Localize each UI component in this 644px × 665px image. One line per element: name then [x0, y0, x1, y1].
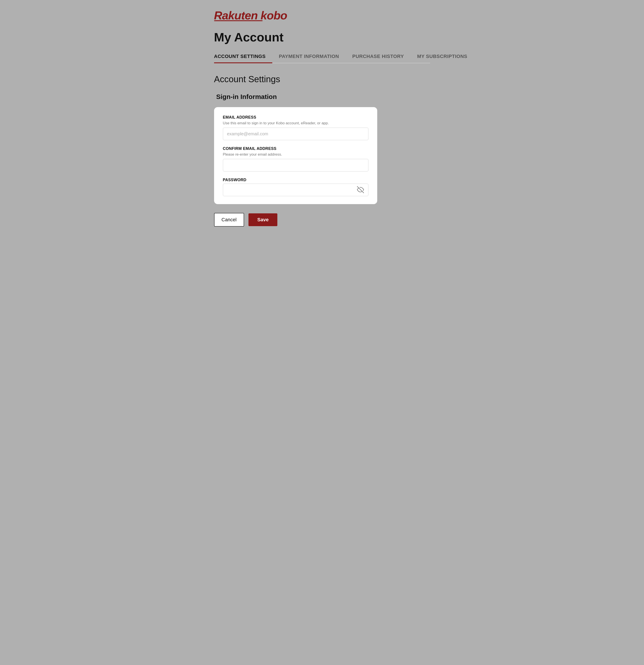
page-title: My Account: [214, 30, 430, 44]
email-input-wrapper: [223, 128, 368, 140]
cancel-button[interactable]: Cancel: [214, 213, 244, 227]
toggle-password-visibility-button[interactable]: [356, 185, 365, 195]
subsection-title: Sign-in Information: [214, 93, 430, 100]
password-input-wrapper: [223, 184, 368, 196]
section-title: Account Settings: [214, 74, 430, 84]
logo: Rakuten kobo: [214, 9, 430, 22]
email-label: EMAIL ADDRESS: [223, 115, 368, 120]
logo-area: Rakuten kobo: [214, 9, 430, 21]
tab-payment-information[interactable]: PAYMENT INFORMATION: [279, 51, 346, 63]
eye-slash-icon: [357, 186, 364, 193]
email-description: Use this email to sign in to your Kobo a…: [223, 121, 368, 126]
logo-kobo: kobo: [261, 9, 287, 22]
save-button[interactable]: Save: [248, 213, 277, 226]
email-field-group: EMAIL ADDRESS Use this email to sign in …: [223, 115, 368, 140]
confirm-email-input-wrapper: [223, 159, 368, 171]
confirm-email-input[interactable]: [223, 159, 368, 171]
confirm-email-field-group: CONFIRM EMAIL ADDRESS Please re-enter yo…: [223, 146, 368, 171]
password-field-group: PASSWORD: [223, 178, 368, 196]
tab-account-settings[interactable]: ACCOUNT SETTINGS: [214, 51, 272, 63]
logo-rakuten: Rakuten: [214, 9, 258, 22]
form-card: EMAIL ADDRESS Use this email to sign in …: [214, 107, 377, 204]
password-label: PASSWORD: [223, 178, 368, 182]
email-input[interactable]: [223, 128, 368, 140]
confirm-email-label: CONFIRM EMAIL ADDRESS: [223, 146, 368, 151]
confirm-email-description: Please re-enter your email address.: [223, 152, 368, 157]
buttons-row: Cancel Save: [214, 213, 430, 227]
tab-purchase-history[interactable]: PURCHASE HISTORY: [352, 51, 411, 63]
password-input[interactable]: [223, 184, 368, 196]
tabs-bar: ACCOUNT SETTINGS PAYMENT INFORMATION PUR…: [214, 51, 430, 63]
tab-my-subscriptions[interactable]: MY SUBSCRIPTIONS: [417, 51, 474, 63]
